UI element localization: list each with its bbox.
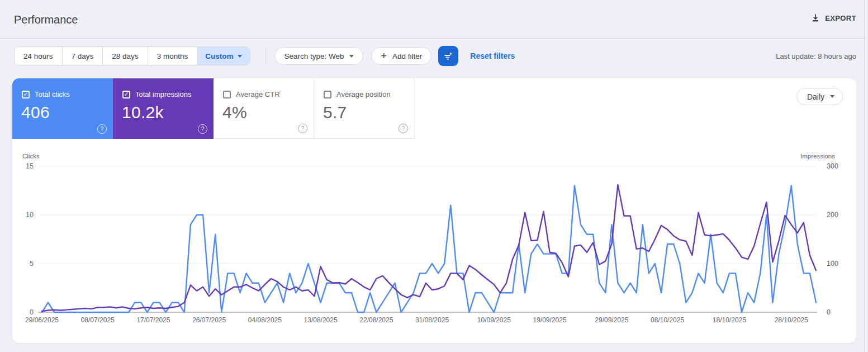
add-filter-button[interactable]: + Add filter [371, 47, 431, 65]
help-icon[interactable]: ? [399, 124, 408, 133]
download-icon [811, 13, 820, 22]
total-impressions-line [42, 185, 816, 311]
card-label: Average position [336, 90, 391, 98]
left-axis-title: Clicks [22, 153, 40, 159]
help-icon[interactable]: ? [97, 124, 107, 134]
x-axis-label: 22/08/2025 [359, 316, 393, 324]
help-icon[interactable]: ? [298, 124, 307, 133]
date-range-tabs: 24 hours7 days28 days3 months Custom [14, 46, 250, 65]
last-update-text: Last update: 8 hours ago [776, 52, 856, 60]
plus-icon: + [381, 51, 387, 61]
date-range-24-hours[interactable]: 24 hours [15, 47, 63, 65]
average-position-checkbox[interactable] [324, 91, 331, 98]
y-axis-right-label: 300 [827, 162, 838, 170]
x-axis-label: 04/08/2025 [248, 316, 282, 324]
y-axis-right-label: 100 [827, 260, 838, 267]
performance-panel: ✓Total clicks406?✓Total impressions10.2k… [12, 78, 856, 343]
export-label: EXPORT [825, 14, 856, 22]
metric-card-total-clicks[interactable]: ✓Total clicks406? [12, 78, 113, 139]
total-clicks-line [42, 186, 816, 312]
card-label: Total impressions [135, 90, 191, 98]
help-icon[interactable]: ? [198, 124, 207, 134]
x-axis-label: 29/06/2025 [25, 316, 59, 324]
chevron-down-icon [238, 55, 242, 58]
x-axis-label: 17/07/2025 [136, 316, 170, 324]
total-impressions-checkbox[interactable]: ✓ [122, 91, 130, 98]
chevron-down-icon [830, 95, 834, 98]
filter-divider [265, 48, 266, 64]
metric-card-average-ctr[interactable]: Average CTR4%? [214, 78, 314, 139]
x-axis-label: 29/09/2025 [595, 316, 628, 324]
card-value: 5.7 [314, 98, 414, 122]
filter-tune-button[interactable] [438, 46, 458, 66]
date-range-custom[interactable]: Custom [197, 47, 250, 65]
average-ctr-checkbox[interactable] [223, 91, 231, 98]
search-type-dropdown[interactable]: Search type: Web [274, 47, 363, 65]
right-axis-title: Impressions [800, 153, 835, 159]
custom-label: Custom [205, 52, 233, 60]
total-clicks-checkbox[interactable]: ✓ [22, 91, 30, 98]
chevron-down-icon [349, 55, 354, 58]
metric-card-total-impressions[interactable]: ✓Total impressions10.2k? [113, 78, 214, 139]
filter-row: 24 hours7 days28 days3 months Custom Sea… [14, 47, 515, 65]
x-axis-label: 26/07/2025 [192, 316, 226, 324]
card-label: Average CTR [236, 90, 280, 98]
y-axis-right-label: 0 [827, 308, 831, 316]
y-axis-right-label: 200 [827, 211, 838, 219]
y-axis-left-label: 0 [12, 308, 34, 316]
y-axis-left-label: 10 [12, 211, 34, 219]
card-value: 10.2k [113, 98, 214, 122]
card-value: 406 [12, 98, 113, 122]
date-range-3-months[interactable]: 3 months [148, 47, 198, 65]
search-type-label: Search type: Web [284, 52, 344, 60]
x-axis-label: 08/10/2025 [651, 316, 684, 324]
add-filter-label: Add filter [392, 52, 422, 60]
tune-sparkle-icon [443, 51, 454, 62]
reset-filters-link[interactable]: Reset filters [470, 51, 515, 60]
y-axis-left-label: 15 [12, 162, 34, 170]
x-axis-label: 31/08/2025 [415, 316, 449, 324]
scrollbar[interactable] [864, 0, 868, 352]
granularity-label: Daily [807, 92, 824, 101]
granularity-dropdown[interactable]: Daily [796, 88, 843, 105]
export-button[interactable]: EXPORT [811, 13, 856, 22]
x-axis-label: 28/10/2025 [775, 316, 808, 324]
page-title: Performance [14, 13, 78, 26]
x-axis-label: 13/08/2025 [304, 316, 338, 324]
header-divider [0, 38, 868, 39]
card-label: Total clicks [35, 90, 70, 98]
x-axis-label: 18/10/2025 [713, 316, 746, 324]
x-axis-label: 19/09/2025 [533, 316, 567, 324]
metric-card-average-position[interactable]: Average position5.7? [314, 78, 415, 139]
x-axis-label: 08/07/2025 [81, 316, 115, 324]
y-axis-left-label: 5 [12, 260, 34, 267]
metric-cards: ✓Total clicks406?✓Total impressions10.2k… [12, 78, 415, 139]
date-range-7-days[interactable]: 7 days [63, 47, 103, 65]
card-value: 4% [214, 98, 314, 122]
date-range-28-days[interactable]: 28 days [103, 47, 148, 65]
x-axis-label: 10/09/2025 [477, 316, 511, 324]
